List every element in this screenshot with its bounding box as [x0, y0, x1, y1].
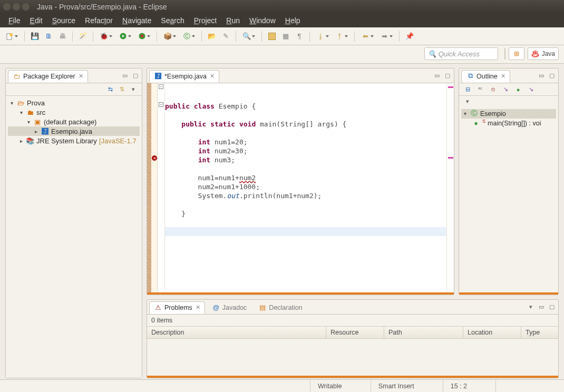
- outline-icon: ⧉: [466, 72, 474, 81]
- javadoc-tab[interactable]: @ Javadoc: [207, 301, 252, 314]
- close-icon[interactable]: ✕: [79, 73, 83, 80]
- menu-file[interactable]: File: [4, 15, 25, 26]
- overview-ruler[interactable]: [446, 83, 454, 292]
- menu-run[interactable]: Run: [222, 15, 244, 26]
- new-button[interactable]: [3, 31, 20, 42]
- hide-local-icon[interactable]: ↘: [527, 85, 535, 94]
- outline-toolbar: ⊟ ᵃᶻ ⦸ ↘ ● ↘: [459, 83, 558, 96]
- new-package-button[interactable]: 📦: [161, 31, 178, 42]
- link-editor-icon[interactable]: ⇅: [118, 85, 126, 94]
- fold-icon[interactable]: −: [159, 102, 163, 107]
- col-location[interactable]: Location: [463, 327, 521, 338]
- tree-jre-library[interactable]: ▸ 📚 JRE System Library [JavaSE-1.7: [8, 136, 140, 145]
- quick-access-input[interactable]: 🔍 Quick Access: [424, 47, 498, 60]
- twisty-icon[interactable]: ▾: [9, 100, 14, 106]
- menu-search[interactable]: Search: [157, 15, 188, 26]
- open-type-button[interactable]: 📂: [206, 31, 218, 42]
- minimize-window-icon[interactable]: [13, 3, 20, 11]
- save-button[interactable]: 💾: [29, 31, 41, 42]
- package-explorer-title: Package Explorer: [23, 73, 75, 80]
- menu-refactor[interactable]: Refactor: [81, 15, 117, 26]
- outline-tab[interactable]: ⧉ Outline ✕: [461, 70, 510, 83]
- print-button[interactable]: 🖶: [56, 31, 68, 42]
- new-class-button[interactable]: Ⓒ: [180, 31, 197, 42]
- error-marker-icon[interactable]: ✕: [152, 155, 157, 161]
- minimize-view-button[interactable]: ▭: [121, 72, 129, 80]
- save-all-button[interactable]: 🗎: [43, 31, 54, 42]
- menu-navigate[interactable]: Navigate: [118, 15, 155, 26]
- declaration-tab[interactable]: ▤ Declaration: [254, 301, 307, 314]
- outline-tabrow: ⧉ Outline ✕ ▭ ▢: [459, 68, 558, 83]
- menu-window[interactable]: Window: [245, 15, 280, 26]
- run-button[interactable]: [116, 31, 133, 42]
- maximize-view-button[interactable]: ▢: [131, 72, 140, 80]
- run-last-button[interactable]: [135, 31, 152, 42]
- tree-src[interactable]: ▾ 🖿 src: [8, 107, 140, 117]
- menubar: File Edit Source Refactor Navigate Searc…: [0, 14, 564, 27]
- package-explorer-panel: 🗀 Package Explorer ✕ ▭ ▢ ⇆ ⇅ ▾ ▾ 🗁 Prova: [5, 68, 142, 378]
- twisty-icon[interactable]: ▸: [33, 129, 38, 134]
- toggle-breadcrumb-button[interactable]: ▦: [280, 31, 291, 42]
- back-button[interactable]: ⬅: [359, 31, 376, 42]
- minimize-view-button[interactable]: ▭: [537, 72, 546, 80]
- toggle-whitespace-button[interactable]: ¶: [294, 31, 305, 42]
- build-button[interactable]: 🪄: [77, 31, 89, 42]
- tree-project[interactable]: ▾ 🗁 Prova: [8, 98, 140, 107]
- tree-file-esempio[interactable]: ▸ 🅹 Esempio.java: [8, 126, 140, 136]
- problems-tab[interactable]: ⚠ Problems ✕: [149, 301, 205, 314]
- col-type[interactable]: Type: [521, 327, 558, 338]
- twisty-icon[interactable]: ▸: [18, 138, 24, 144]
- view-menu-icon[interactable]: ▾: [527, 303, 535, 311]
- close-icon[interactable]: ✕: [210, 73, 215, 80]
- outline-method-main[interactable]: ● S main(String[]) : voi: [461, 119, 556, 128]
- toggle-mark-button[interactable]: [266, 31, 278, 42]
- col-resource[interactable]: Resource: [326, 327, 384, 338]
- forward-button[interactable]: ➡: [378, 31, 395, 42]
- menu-project[interactable]: Project: [190, 15, 221, 26]
- minimize-editor-button[interactable]: ▭: [433, 72, 441, 80]
- menu-help[interactable]: Help: [281, 15, 305, 26]
- debug-button[interactable]: 🐞: [98, 31, 114, 42]
- editor-container[interactable]: ✕ − − public class Esempio { public stat…: [147, 83, 454, 295]
- method-public-icon: ●: [472, 119, 480, 128]
- menu-edit[interactable]: Edit: [26, 15, 47, 26]
- pin-button[interactable]: 📌: [404, 31, 415, 42]
- collapse-all-icon[interactable]: ⇆: [106, 85, 114, 94]
- hide-static-icon[interactable]: ↘: [501, 85, 510, 94]
- close-icon[interactable]: ✕: [196, 304, 200, 311]
- maximize-window-icon[interactable]: [22, 3, 30, 11]
- java-perspective-button[interactable]: ♨️ Java: [528, 47, 559, 60]
- close-window-icon[interactable]: [3, 3, 11, 11]
- twisty-icon[interactable]: ▾: [26, 119, 31, 125]
- hide-fields-icon[interactable]: ⦸: [489, 85, 497, 94]
- maximize-editor-button[interactable]: ▢: [443, 72, 452, 80]
- view-menu-icon[interactable]: ▾: [129, 85, 138, 94]
- hide-nonpublic-icon[interactable]: ●: [514, 85, 522, 94]
- wand-button[interactable]: ✎: [220, 31, 231, 42]
- close-icon[interactable]: ✕: [501, 73, 505, 80]
- next-annotation-button[interactable]: ⭳: [314, 31, 331, 42]
- sort-icon[interactable]: ⊟: [463, 85, 472, 94]
- window-title: Java - Prova/src/Esempio.java - Eclipse: [37, 3, 167, 11]
- tree-default-package[interactable]: ▾ ▣ (default package): [8, 117, 140, 126]
- az-sort-icon[interactable]: ᵃᶻ: [476, 85, 484, 94]
- search-button[interactable]: 🔍: [240, 31, 257, 42]
- fold-icon[interactable]: −: [159, 84, 163, 89]
- twisty-icon[interactable]: ▾: [18, 110, 24, 115]
- prev-annotation-button[interactable]: ⭱: [333, 31, 350, 42]
- maximize-view-button[interactable]: ▢: [548, 72, 556, 80]
- minimize-view-button[interactable]: ▭: [537, 303, 546, 311]
- maximize-view-button[interactable]: ▢: [548, 303, 556, 311]
- open-perspective-button[interactable]: ⊞: [509, 47, 524, 60]
- menu-source[interactable]: Source: [48, 15, 80, 26]
- package-explorer-tab[interactable]: 🗀 Package Explorer ✕: [8, 70, 88, 83]
- col-path[interactable]: Path: [384, 327, 463, 338]
- col-description[interactable]: Description: [147, 327, 326, 338]
- quick-access-placeholder: Quick Access: [439, 50, 480, 58]
- code-area[interactable]: public class Esempio { public static voi…: [165, 83, 446, 292]
- outline-class[interactable]: ▾ Ⓒ Esempio: [461, 109, 556, 119]
- view-menu-icon[interactable]: ▾: [463, 97, 472, 106]
- problems-icon: ⚠: [154, 303, 162, 312]
- editor-tab-esempio[interactable]: 🅹 *Esempio.java ✕: [149, 70, 219, 83]
- main-toolbar: 💾 🗎 🖶 🪄 🐞 📦 Ⓒ 📂 ✎ 🔍 ▦ ¶ ⭳ ⭱ ⬅ ➡ 📌: [0, 27, 564, 45]
